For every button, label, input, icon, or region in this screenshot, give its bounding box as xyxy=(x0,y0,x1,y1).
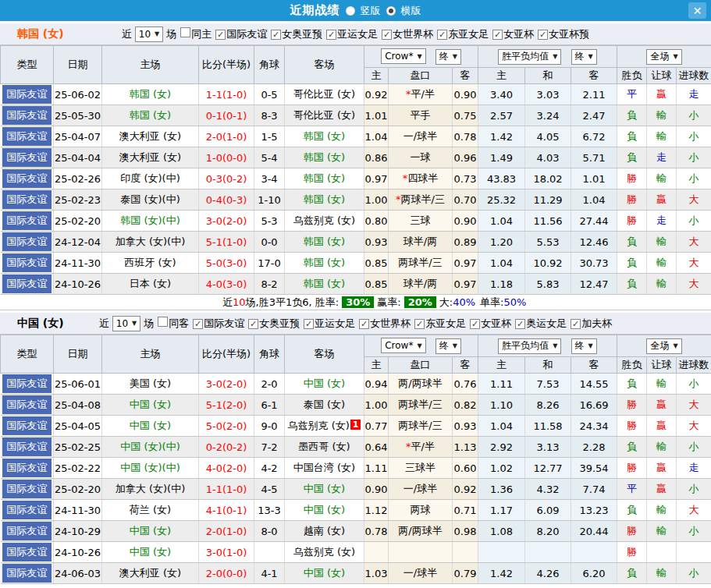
odds-home: 0.77 xyxy=(364,416,389,437)
corner-score: 5-3 xyxy=(254,211,285,232)
odds-away: 0.89 xyxy=(453,232,478,253)
away-team: 乌兹别克 (女)1 xyxy=(285,416,364,437)
odds-away: 1.13 xyxy=(453,437,478,458)
chevron-down-icon: ▼ xyxy=(588,342,593,349)
mean-away: 39.54 xyxy=(571,458,617,479)
games-count-select[interactable]: 10 ▼ xyxy=(112,316,140,331)
bookmaker-select[interactable]: Crow*▼ xyxy=(381,48,425,64)
filter-checkbox[interactable] xyxy=(158,317,168,327)
filter-checkbox[interactable]: ✓ xyxy=(538,30,548,40)
col-header-type: 类型 xyxy=(1,46,54,84)
recent-results-panel: 近期战绩 竖版 横版 ✕ 韩国 (女) 近 10 ▼ 场 同主✓国际友谊✓女奥亚… xyxy=(0,0,711,588)
sub-header-result: 胜负 xyxy=(617,68,647,84)
vertical-layout-label: 竖版 xyxy=(361,4,381,18)
filter-checkbox[interactable]: ✓ xyxy=(437,30,447,40)
team-section-title: 韩国 (女) xyxy=(17,27,64,41)
final-odds-select-value: 终 xyxy=(439,339,449,352)
vertical-layout-radio[interactable] xyxy=(346,6,355,16)
match-date: 25-02-26 xyxy=(54,168,102,190)
filter-checkbox[interactable]: ✓ xyxy=(248,319,258,329)
odds-away: 0.92 xyxy=(453,479,478,500)
mean-home: 2.57 xyxy=(478,105,525,126)
away-team: 乌兹别克 (女) xyxy=(285,542,364,563)
filter-checkbox[interactable]: ✓ xyxy=(414,319,425,329)
filter-checkbox[interactable]: ✓ xyxy=(470,319,480,329)
score: 5-0(2-0) xyxy=(199,416,254,437)
final-odds-select[interactable]: 终▼ xyxy=(435,338,461,354)
mean-home: 1.04 xyxy=(478,416,525,437)
odds-away: 0.76 xyxy=(453,374,478,395)
result-wdl: 負 xyxy=(617,105,647,126)
filter-checkbox[interactable]: ✓ xyxy=(193,319,203,329)
result-wdl: 負 xyxy=(617,147,647,168)
filter-checkbox[interactable]: ✓ xyxy=(304,319,314,329)
home-team: 印度 (女)(中) xyxy=(102,168,199,190)
mean-select[interactable]: 胜平负均值▼ xyxy=(498,49,561,65)
result-handicap: 贏 xyxy=(647,190,677,211)
filter-checkbox[interactable]: ✓ xyxy=(271,30,281,40)
match-row: 国际友谊25-02-20韩国 (女)(中)3-0(2-0)5-3乌兹别克 (女)… xyxy=(1,211,711,232)
result-wdl: 負 xyxy=(617,437,647,458)
filter-checkbox[interactable]: ✓ xyxy=(326,30,336,40)
match-date: 25-06-01 xyxy=(54,374,102,395)
odds-home: 0.92 xyxy=(364,84,389,105)
score: 2-0(0-0) xyxy=(199,563,254,584)
final-mean-select[interactable]: 终▼ xyxy=(571,338,597,354)
sub-header-goals-result: 进球数 xyxy=(677,357,711,374)
mean-select[interactable]: 胜平负均值▼ xyxy=(498,338,561,354)
mean-draw: 11.56 xyxy=(525,211,571,232)
odds-home: 1.01 xyxy=(364,105,389,126)
odds-group-header: Crow*▼ 终▼ xyxy=(364,46,478,68)
filter-checkbox-label: 国际友谊 xyxy=(204,317,244,329)
fulltime-select[interactable]: 全场▼ xyxy=(646,49,681,65)
mean-away xyxy=(571,542,617,563)
match-row: 国际友谊24-10-26日本 (女)4-0(3-0)8-2韩国 (女)0.85球… xyxy=(1,274,711,295)
bookmaker-select[interactable]: Crow*▼ xyxy=(381,338,425,353)
filter-checkbox-label: 亚运女足 xyxy=(315,317,355,329)
away-team-name: 韩国 (女) xyxy=(304,193,345,205)
horizontal-layout-radio[interactable] xyxy=(386,6,396,16)
result-goals: 大 xyxy=(677,253,711,274)
home-team: 澳大利亚 (女) xyxy=(102,126,199,147)
col-header-away: 客场 xyxy=(285,46,364,84)
odds-away: 0.82 xyxy=(453,395,478,416)
titlebar: 近期战绩 竖版 横版 ✕ xyxy=(0,0,711,21)
filter-controls: 近 10 ▼ 场 同主✓国际友谊✓女奥亚预✓亚运女足✓女世界杯✓东亚女足✓女亚杯… xyxy=(122,27,589,42)
filter-checkbox[interactable]: ✓ xyxy=(571,319,581,329)
match-type: 国际友谊 xyxy=(1,253,54,274)
sub-header-mean-away: 客 xyxy=(571,357,617,374)
final-mean-select-value: 终 xyxy=(575,50,585,63)
filter-checkbox[interactable]: ✓ xyxy=(359,319,369,329)
filter-checkbox[interactable]: ✓ xyxy=(492,30,503,40)
match-type: 国际友谊 xyxy=(1,232,54,253)
final-odds-select[interactable]: 终▼ xyxy=(435,49,461,65)
score: 4-0(3-0) xyxy=(199,274,254,295)
match-row: 国际友谊24-06-03澳大利亚 (女)2-0(0-0)4-1中国 (女)1.0… xyxy=(1,563,711,584)
corner-score: 4-2 xyxy=(254,458,285,479)
filter-checkbox[interactable]: ✓ xyxy=(515,319,525,329)
match-type: 国际友谊 xyxy=(1,479,54,500)
result-wdl: 勝 xyxy=(617,190,647,211)
fulltime-select[interactable]: 全场▼ xyxy=(646,338,681,354)
filter-checkbox[interactable] xyxy=(180,27,190,37)
mean-draw: 11.58 xyxy=(525,416,571,437)
away-team-name: 乌兹别克 (女) xyxy=(288,420,350,431)
filter-checkbox[interactable]: ✓ xyxy=(215,30,226,40)
competition-badge: 国际友谊 xyxy=(2,437,52,456)
games-count-select[interactable]: 10 ▼ xyxy=(135,27,163,42)
away-team: 韩国 (女) xyxy=(285,274,364,295)
competition-badge: 国际友谊 xyxy=(2,564,52,583)
odds-away: 0.97 xyxy=(453,274,478,295)
home-team: 泰国 (女)(中) xyxy=(102,190,199,211)
filter-checkbox[interactable]: ✓ xyxy=(382,30,392,40)
home-team: 韩国 (女) xyxy=(102,105,199,126)
mean-draw: 8.20 xyxy=(525,521,571,542)
odds-home: 0.94 xyxy=(364,374,389,395)
mean-home: 1.04 xyxy=(478,211,525,232)
home-team: 中国 (女) xyxy=(102,542,199,563)
result-goals: 小 xyxy=(677,521,711,542)
match-type: 国际友谊 xyxy=(1,395,54,416)
odds-home: 0.86 xyxy=(364,147,389,168)
final-mean-select[interactable]: 终▼ xyxy=(571,49,597,65)
close-icon[interactable]: ✕ xyxy=(688,2,706,19)
